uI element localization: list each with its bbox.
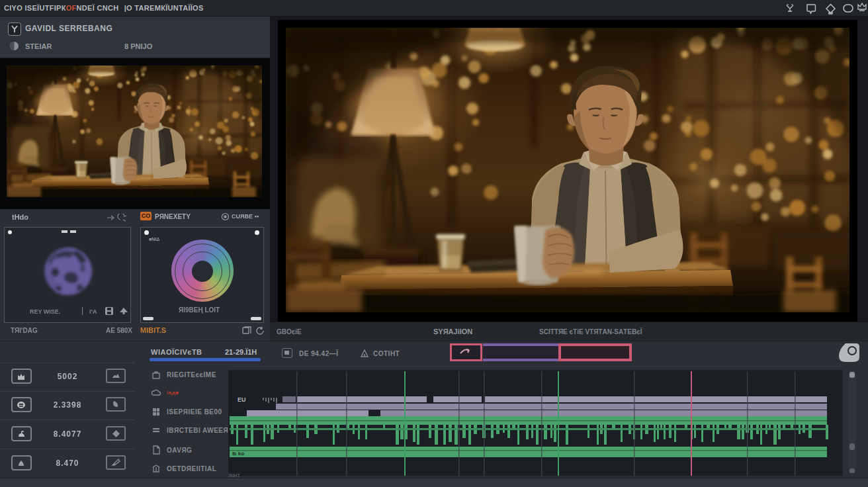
svg-text:ʦ ko: ʦ ko (232, 451, 244, 457)
svg-text:EU: EU (238, 396, 246, 403)
